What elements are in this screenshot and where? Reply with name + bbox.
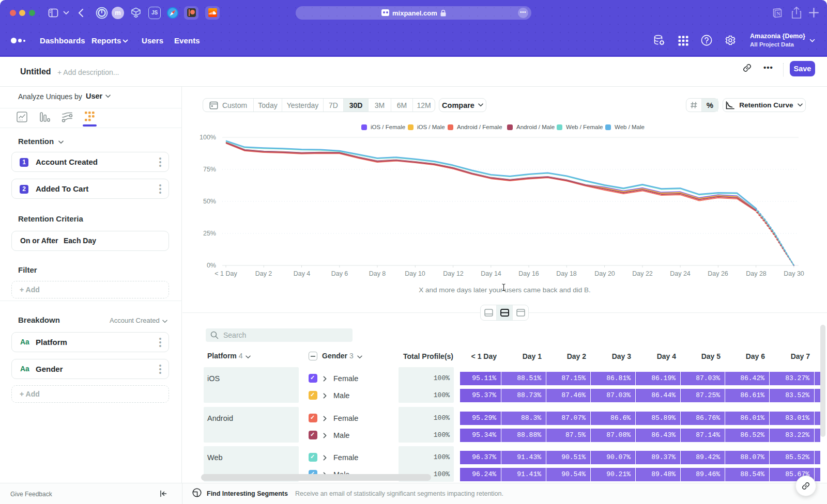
svg-text:Day 4: Day 4 [294,270,311,277]
svg-text:50%: 50% [203,198,216,205]
svg-text:N: N [776,11,780,17]
svg-text:Day 8: Day 8 [369,270,386,277]
svg-text:25%: 25% [203,230,216,237]
svg-text:0%: 0% [207,262,216,269]
svg-text:Day 12: Day 12 [443,270,464,277]
svg-text:75%: 75% [203,166,216,173]
svg-text:Day 18: Day 18 [556,270,577,277]
svg-text:Day 28: Day 28 [746,270,767,277]
svg-text:< 1 Day: < 1 Day [215,270,237,277]
svg-text:Day 20: Day 20 [594,270,615,277]
svg-text:Day 24: Day 24 [670,270,691,277]
svg-text:Day 2: Day 2 [255,270,272,277]
svg-text:Day 14: Day 14 [481,270,501,277]
svg-text:100%: 100% [200,134,216,141]
svg-text:Day 10: Day 10 [405,270,425,277]
svg-text:Day 16: Day 16 [518,270,539,277]
svg-text:Day 22: Day 22 [632,270,653,277]
svg-text:Day 26: Day 26 [708,270,728,277]
svg-text:Day 6: Day 6 [331,270,348,277]
svg-text:Day 30: Day 30 [784,270,804,277]
